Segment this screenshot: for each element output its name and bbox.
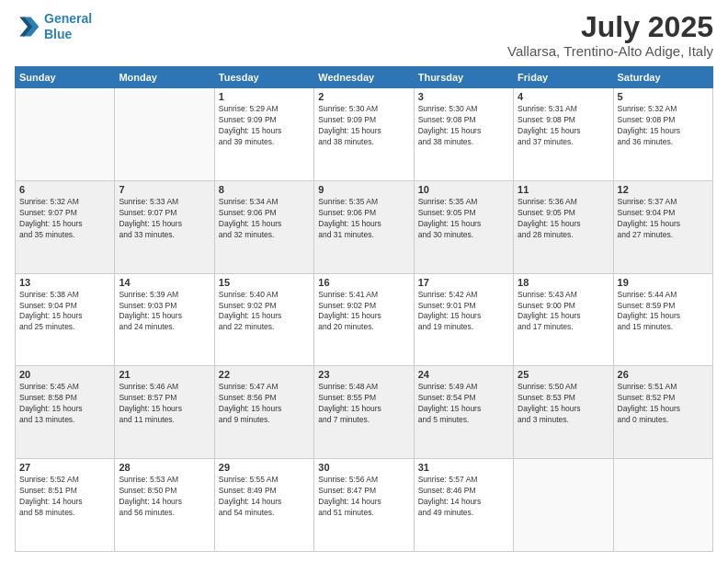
day-number: 18 <box>518 277 609 288</box>
day-number: 26 <box>618 369 709 380</box>
day-number: 6 <box>19 184 110 195</box>
day-info: Sunrise: 5:51 AMSunset: 8:52 PMDaylight:… <box>618 382 709 426</box>
day-info: Sunrise: 5:36 AMSunset: 9:05 PMDaylight:… <box>518 197 609 241</box>
day-number: 28 <box>119 462 210 473</box>
day-info: Sunrise: 5:53 AMSunset: 8:50 PMDaylight:… <box>119 475 210 519</box>
day-info: Sunrise: 5:46 AMSunset: 8:57 PMDaylight:… <box>119 382 210 426</box>
day-info: Sunrise: 5:40 AMSunset: 9:02 PMDaylight:… <box>219 290 310 334</box>
calendar-day-cell <box>115 88 214 181</box>
day-number: 7 <box>119 184 210 195</box>
day-info: Sunrise: 5:42 AMSunset: 9:01 PMDaylight:… <box>418 290 509 334</box>
day-number: 4 <box>518 91 609 102</box>
day-number: 27 <box>19 462 110 473</box>
day-number: 29 <box>219 462 310 473</box>
day-info: Sunrise: 5:35 AMSunset: 9:05 PMDaylight:… <box>418 197 509 241</box>
day-info: Sunrise: 5:32 AMSunset: 9:08 PMDaylight:… <box>618 104 709 148</box>
calendar-day-cell: 5Sunrise: 5:32 AMSunset: 9:08 PMDaylight… <box>613 88 712 181</box>
calendar-day-cell <box>514 459 613 552</box>
calendar-day-cell <box>16 88 115 181</box>
title-block: July 2025 Vallarsa, Trentino-Alto Adige,… <box>507 11 713 59</box>
day-info: Sunrise: 5:33 AMSunset: 9:07 PMDaylight:… <box>119 197 210 241</box>
day-number: 16 <box>318 277 409 288</box>
day-info: Sunrise: 5:34 AMSunset: 9:06 PMDaylight:… <box>219 197 310 241</box>
calendar-day-cell: 8Sunrise: 5:34 AMSunset: 9:06 PMDaylight… <box>214 180 313 273</box>
day-info: Sunrise: 5:30 AMSunset: 9:09 PMDaylight:… <box>318 104 409 148</box>
day-of-week-header: Thursday <box>414 67 513 88</box>
day-info: Sunrise: 5:49 AMSunset: 8:54 PMDaylight:… <box>418 382 509 426</box>
calendar-day-cell: 29Sunrise: 5:55 AMSunset: 8:49 PMDayligh… <box>214 459 313 552</box>
calendar-day-cell: 31Sunrise: 5:57 AMSunset: 8:46 PMDayligh… <box>414 459 513 552</box>
calendar-day-cell: 27Sunrise: 5:52 AMSunset: 8:51 PMDayligh… <box>16 459 115 552</box>
day-number: 24 <box>418 369 509 380</box>
day-number: 14 <box>119 277 210 288</box>
day-info: Sunrise: 5:39 AMSunset: 9:03 PMDaylight:… <box>119 290 210 334</box>
day-number: 10 <box>418 184 509 195</box>
page: General Blue July 2025 Vallarsa, Trentin… <box>0 0 728 563</box>
calendar-day-cell: 25Sunrise: 5:50 AMSunset: 8:53 PMDayligh… <box>514 366 613 459</box>
day-info: Sunrise: 5:56 AMSunset: 8:47 PMDaylight:… <box>318 475 409 519</box>
day-number: 11 <box>518 184 609 195</box>
day-number: 13 <box>19 277 110 288</box>
calendar-week-row: 6Sunrise: 5:32 AMSunset: 9:07 PMDaylight… <box>16 180 713 273</box>
calendar-table: SundayMondayTuesdayWednesdayThursdayFrid… <box>15 66 713 552</box>
calendar-week-row: 13Sunrise: 5:38 AMSunset: 9:04 PMDayligh… <box>16 273 713 366</box>
calendar-day-cell: 30Sunrise: 5:56 AMSunset: 8:47 PMDayligh… <box>314 459 414 552</box>
calendar-day-cell: 17Sunrise: 5:42 AMSunset: 9:01 PMDayligh… <box>414 273 513 366</box>
day-of-week-header: Sunday <box>16 67 115 88</box>
calendar-day-cell: 13Sunrise: 5:38 AMSunset: 9:04 PMDayligh… <box>16 273 115 366</box>
month-year: July 2025 <box>507 11 713 43</box>
calendar-day-cell: 1Sunrise: 5:29 AMSunset: 9:09 PMDaylight… <box>214 88 313 181</box>
day-info: Sunrise: 5:48 AMSunset: 8:55 PMDaylight:… <box>318 382 409 426</box>
day-number: 30 <box>318 462 409 473</box>
calendar-day-cell: 12Sunrise: 5:37 AMSunset: 9:04 PMDayligh… <box>613 180 712 273</box>
day-info: Sunrise: 5:57 AMSunset: 8:46 PMDaylight:… <box>418 475 509 519</box>
day-number: 9 <box>318 184 409 195</box>
day-number: 22 <box>219 369 310 380</box>
day-of-week-header: Monday <box>115 67 214 88</box>
day-of-week-header: Tuesday <box>214 67 313 88</box>
calendar-day-cell: 24Sunrise: 5:49 AMSunset: 8:54 PMDayligh… <box>414 366 513 459</box>
day-number: 17 <box>418 277 509 288</box>
day-info: Sunrise: 5:43 AMSunset: 9:00 PMDaylight:… <box>518 290 609 334</box>
calendar-week-row: 20Sunrise: 5:45 AMSunset: 8:58 PMDayligh… <box>16 366 713 459</box>
day-info: Sunrise: 5:38 AMSunset: 9:04 PMDaylight:… <box>19 290 110 334</box>
day-info: Sunrise: 5:47 AMSunset: 8:56 PMDaylight:… <box>219 382 310 426</box>
day-info: Sunrise: 5:32 AMSunset: 9:07 PMDaylight:… <box>19 197 110 241</box>
day-number: 5 <box>618 91 709 102</box>
day-number: 3 <box>418 91 509 102</box>
day-info: Sunrise: 5:37 AMSunset: 9:04 PMDaylight:… <box>618 197 709 241</box>
calendar-day-cell: 11Sunrise: 5:36 AMSunset: 9:05 PMDayligh… <box>514 180 613 273</box>
day-number: 15 <box>219 277 310 288</box>
calendar-day-cell: 20Sunrise: 5:45 AMSunset: 8:58 PMDayligh… <box>16 366 115 459</box>
calendar-day-cell: 22Sunrise: 5:47 AMSunset: 8:56 PMDayligh… <box>214 366 313 459</box>
logo-text: General Blue <box>44 11 92 42</box>
day-of-week-header: Saturday <box>613 67 712 88</box>
day-number: 1 <box>219 91 310 102</box>
day-of-week-header: Friday <box>514 67 613 88</box>
calendar-day-cell: 18Sunrise: 5:43 AMSunset: 9:00 PMDayligh… <box>514 273 613 366</box>
calendar-day-cell <box>613 459 712 552</box>
day-info: Sunrise: 5:50 AMSunset: 8:53 PMDaylight:… <box>518 382 609 426</box>
location: Vallarsa, Trentino-Alto Adige, Italy <box>507 43 713 59</box>
calendar-day-cell: 19Sunrise: 5:44 AMSunset: 8:59 PMDayligh… <box>613 273 712 366</box>
day-info: Sunrise: 5:29 AMSunset: 9:09 PMDaylight:… <box>219 104 310 148</box>
calendar-day-cell: 28Sunrise: 5:53 AMSunset: 8:50 PMDayligh… <box>115 459 214 552</box>
calendar-day-cell: 4Sunrise: 5:31 AMSunset: 9:08 PMDaylight… <box>514 88 613 181</box>
day-number: 21 <box>119 369 210 380</box>
calendar-day-cell: 7Sunrise: 5:33 AMSunset: 9:07 PMDaylight… <box>115 180 214 273</box>
day-number: 25 <box>518 369 609 380</box>
logo: General Blue <box>15 11 92 42</box>
day-info: Sunrise: 5:30 AMSunset: 9:08 PMDaylight:… <box>418 104 509 148</box>
calendar-week-row: 1Sunrise: 5:29 AMSunset: 9:09 PMDaylight… <box>16 88 713 181</box>
day-number: 19 <box>618 277 709 288</box>
calendar-day-cell: 2Sunrise: 5:30 AMSunset: 9:09 PMDaylight… <box>314 88 414 181</box>
calendar-week-row: 27Sunrise: 5:52 AMSunset: 8:51 PMDayligh… <box>16 459 713 552</box>
day-number: 2 <box>318 91 409 102</box>
day-info: Sunrise: 5:41 AMSunset: 9:02 PMDaylight:… <box>318 290 409 334</box>
day-number: 31 <box>418 462 509 473</box>
calendar-day-cell: 26Sunrise: 5:51 AMSunset: 8:52 PMDayligh… <box>613 366 712 459</box>
day-info: Sunrise: 5:45 AMSunset: 8:58 PMDaylight:… <box>19 382 110 426</box>
calendar-day-cell: 3Sunrise: 5:30 AMSunset: 9:08 PMDaylight… <box>414 88 513 181</box>
day-info: Sunrise: 5:44 AMSunset: 8:59 PMDaylight:… <box>618 290 709 334</box>
calendar-day-cell: 16Sunrise: 5:41 AMSunset: 9:02 PMDayligh… <box>314 273 414 366</box>
